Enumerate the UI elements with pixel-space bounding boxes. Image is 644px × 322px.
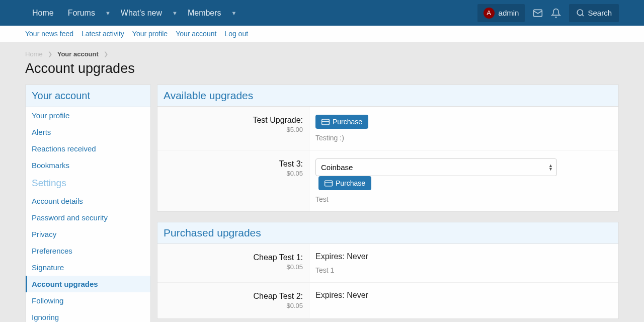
sidebar: Your account Your profile Alerts Reactio…	[25, 85, 151, 322]
user-menu[interactable]: A admin	[477, 4, 525, 22]
purchase-button[interactable]: Purchase	[315, 115, 368, 129]
available-panel: Available upgrades Test Upgrade: $5.00 P…	[157, 85, 619, 212]
upgrade-price: $0.05	[164, 170, 303, 177]
subnav: Your news feed Latest activity Your prof…	[0, 26, 644, 42]
purchased-panel: Purchased upgrades Cheap Test 1: $0.05 E…	[157, 222, 619, 319]
sidebar-header: Your account	[26, 85, 150, 107]
subnav-profile[interactable]: Your profile	[132, 30, 168, 38]
side-reactions[interactable]: Reactions received	[26, 140, 150, 157]
side-ignoring[interactable]: Ignoring	[26, 309, 150, 322]
side-following[interactable]: Following	[26, 292, 150, 309]
upgrade-title: Test 3:	[164, 159, 303, 169]
payment-select-wrap: Coinbase ▲▼	[315, 158, 557, 176]
upgrade-title: Test Upgrade:	[164, 116, 303, 125]
user-name: admin	[499, 9, 519, 17]
bell-icon[interactable]	[547, 4, 565, 22]
upgrade-desc: Testing :)	[315, 134, 612, 142]
purchased-title: Cheap Test 1:	[164, 253, 303, 262]
avatar: A	[484, 8, 495, 19]
expires-text: Expires: Never	[315, 252, 612, 261]
payment-select[interactable]: Coinbase	[315, 158, 557, 176]
main: Available upgrades Test Upgrade: $5.00 P…	[157, 85, 619, 319]
purchased-header: Purchased upgrades	[157, 222, 618, 244]
side-password[interactable]: Password and security	[26, 209, 150, 226]
chevron-right-icon: ❯	[48, 51, 52, 57]
purchased-desc: Test 1	[315, 266, 612, 274]
row-left: Test 3: $0.05	[157, 150, 309, 211]
side-privacy[interactable]: Privacy	[26, 226, 150, 243]
nav-forums[interactable]: Forums	[61, 0, 102, 26]
side-account-upgrades[interactable]: Account upgrades	[26, 276, 150, 292]
upgrade-row: Test Upgrade: $5.00 Purchase Testing :)	[157, 107, 618, 150]
chevron-right-icon: ❯	[104, 51, 108, 57]
card-icon	[321, 119, 330, 125]
upgrade-desc: Test	[315, 195, 612, 203]
purchase-label: Purchase	[333, 118, 362, 126]
expires-text: Expires: Never	[315, 291, 612, 300]
sidebar-section-settings: Settings	[26, 174, 150, 193]
svg-rect-3	[325, 181, 333, 186]
content: Home ❯ Your account ❯ Account upgrades Y…	[0, 42, 644, 322]
subnav-activity[interactable]: Latest activity	[82, 30, 124, 38]
row-right: Coinbase ▲▼ Purchase Test	[309, 150, 618, 211]
chevron-down-icon[interactable]: ▼	[228, 10, 240, 16]
purchase-button[interactable]: Purchase	[318, 176, 371, 190]
page-title: Account upgrades	[25, 61, 619, 76]
side-preferences[interactable]: Preferences	[26, 243, 150, 259]
subnav-account[interactable]: Your account	[176, 30, 216, 38]
purchased-price: $0.05	[164, 263, 303, 271]
purchased-price: $0.05	[164, 302, 303, 309]
row-right: Expires: Never	[309, 283, 618, 318]
purchased-title: Cheap Test 2:	[164, 292, 303, 301]
breadcrumb: Home ❯ Your account ❯	[25, 50, 619, 58]
upgrade-row: Test 3: $0.05 Coinbase ▲▼ Purchase	[157, 150, 618, 211]
upgrade-price: $5.00	[164, 126, 303, 133]
nav-whatsnew[interactable]: What's new	[114, 0, 169, 26]
nav-right: A admin Search	[477, 4, 619, 22]
svg-point-1	[578, 10, 583, 15]
crumb-account[interactable]: Your account	[57, 50, 99, 58]
chevron-down-icon[interactable]: ▼	[169, 10, 181, 16]
nav-main: Home Forums ▼ What's new ▼ Members ▼	[25, 0, 477, 26]
card-icon	[325, 180, 333, 187]
row-left: Cheap Test 1: $0.05	[157, 244, 309, 282]
row-left: Cheap Test 2: $0.05	[157, 283, 309, 318]
nav-home[interactable]: Home	[25, 0, 61, 26]
crumb-home[interactable]: Home	[25, 50, 43, 58]
chevron-down-icon[interactable]: ▼	[102, 10, 114, 16]
side-signature[interactable]: Signature	[26, 259, 150, 276]
subnav-feed[interactable]: Your news feed	[25, 30, 73, 38]
purchased-row: Cheap Test 1: $0.05 Expires: Never Test …	[157, 244, 618, 283]
purchase-label: Purchase	[336, 179, 365, 187]
nav-members[interactable]: Members	[181, 0, 228, 26]
subnav-logout[interactable]: Log out	[224, 30, 248, 38]
row-right: Expires: Never Test 1	[309, 244, 618, 282]
side-your-profile[interactable]: Your profile	[26, 107, 150, 124]
available-header: Available upgrades	[157, 85, 618, 107]
side-account-details[interactable]: Account details	[26, 193, 150, 209]
top-nav: Home Forums ▼ What's new ▼ Members ▼ A a…	[0, 0, 644, 26]
search-button[interactable]: Search	[569, 4, 619, 22]
side-bookmarks[interactable]: Bookmarks	[26, 157, 150, 174]
row-left: Test Upgrade: $5.00	[157, 107, 309, 150]
search-label: Search	[588, 9, 612, 17]
purchased-row: Cheap Test 2: $0.05 Expires: Never	[157, 283, 618, 318]
svg-rect-2	[322, 119, 330, 125]
layout: Your account Your profile Alerts Reactio…	[25, 85, 619, 322]
search-icon	[576, 9, 585, 17]
row-right: Purchase Testing :)	[309, 107, 618, 150]
side-alerts[interactable]: Alerts	[26, 124, 150, 140]
mail-icon[interactable]	[529, 4, 547, 22]
